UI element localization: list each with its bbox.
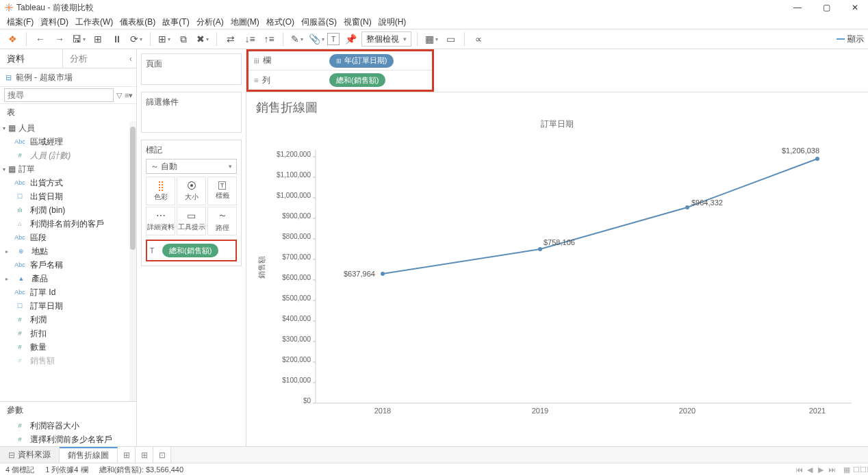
share-button[interactable]: ∝ (470, 31, 487, 47)
field-people-count[interactable]: #人員 (計數) (0, 149, 136, 162)
tables-label: 表 (0, 104, 136, 121)
highlight-button[interactable]: ✎ (289, 31, 305, 47)
menu-map[interactable]: 地圖(M) (228, 16, 262, 28)
new-dashboard-button[interactable]: ⊞ (136, 447, 153, 463)
field-segment[interactable]: Abc區段 (0, 231, 136, 244)
tab-analytics[interactable]: 分析 (63, 49, 125, 68)
columns-icon: iii (254, 57, 259, 65)
save-button[interactable]: 🖫 (71, 31, 87, 47)
chart-title[interactable]: 銷售折線圖 (256, 99, 858, 116)
field-profit-bin[interactable]: ılı利潤 (bin) (0, 203, 136, 217)
menu-analysis[interactable]: 分析(A) (194, 16, 227, 28)
field-order-id[interactable]: Abc訂單 Id (0, 285, 136, 299)
maximize-button[interactable]: ▢ (821, 3, 831, 12)
menu-help[interactable]: 說明(H) (376, 16, 409, 28)
tableau-icon[interactable]: ❖ (4, 31, 21, 47)
table-orders[interactable]: ▾▦訂單 (0, 162, 136, 176)
duplicate-button[interactable]: ⧉ (175, 31, 192, 47)
columns-shelf[interactable]: iii欄 ⊞年(訂單日期) (248, 51, 432, 70)
nav-first-button[interactable]: ⏮ (794, 465, 804, 474)
pages-card[interactable]: 頁面 (141, 53, 242, 85)
menu-data[interactable]: 資料(D) (38, 16, 71, 28)
marks-label-pill[interactable]: T 總和(銷售額) (150, 244, 233, 257)
tableau-logo-icon (4, 3, 14, 12)
new-worksheet-button[interactable]: ⊞ (118, 447, 136, 463)
filters-card[interactable]: 篩選條件 (141, 92, 242, 133)
menu-window[interactable]: 視窗(N) (341, 16, 374, 28)
line-chart-svg: $0 $100,000 $200,000 $300,000 $400,000 $… (253, 133, 861, 413)
datasource-tab[interactable]: ⊟資料來源 (0, 447, 60, 463)
svg-text:$900,000: $900,000 (282, 212, 311, 220)
nav-prev-button[interactable]: ◀ (805, 465, 815, 474)
swap-button[interactable]: ⇄ (222, 31, 239, 47)
refresh-button[interactable]: ⟳ (128, 31, 144, 47)
group-button[interactable]: 📎 (308, 31, 324, 47)
field-customer-name[interactable]: Abc客戶名稱 (0, 258, 136, 272)
redo-button[interactable]: → (51, 31, 68, 47)
labels-button[interactable]: T (327, 33, 340, 45)
nav-grid-button[interactable]: ▦ (842, 465, 852, 474)
menu-format[interactable]: 格式(O) (264, 16, 297, 28)
field-discount[interactable]: #折扣 (0, 326, 136, 340)
sort-asc-button[interactable]: ↓≡ (242, 31, 258, 47)
pin-button[interactable]: 📌 (342, 31, 359, 47)
active-sheet-tab[interactable]: 銷售折線圖 (60, 447, 118, 463)
menu-server[interactable]: 伺服器(S) (298, 16, 340, 28)
marks-size-button[interactable]: ⦿大小 (177, 177, 206, 205)
marks-tooltip-button[interactable]: ▭工具提示 (177, 207, 206, 235)
field-product[interactable]: ▸▲產品 (0, 272, 136, 285)
svg-text:$200,000: $200,000 (282, 356, 311, 363)
presentation-button[interactable]: ▭ (442, 31, 459, 47)
fit-selector[interactable]: 整個檢視▾ (361, 31, 411, 47)
filter-icon[interactable]: ▽ (116, 91, 122, 100)
param-top-n-customers[interactable]: #選擇利潤前多少名客戶 (0, 433, 136, 446)
rows-pill[interactable]: 總和(銷售額) (329, 73, 385, 87)
field-ship-date[interactable]: ☐出貨日期 (0, 190, 136, 203)
nav-last-button[interactable]: ⏭ (827, 465, 837, 474)
search-input[interactable] (4, 88, 114, 102)
menu-file[interactable]: 檔案(F) (4, 16, 36, 28)
field-region-manager[interactable]: Abc區域經理 (0, 135, 136, 149)
collapse-pane-button[interactable]: ‹ (125, 49, 136, 68)
show-cards-button[interactable]: ▦ (423, 31, 439, 47)
columns-pill[interactable]: ⊞年(訂單日期) (329, 54, 394, 68)
param-profit-bin-size[interactable]: #利潤容器大小 (0, 419, 136, 433)
table-people[interactable]: ▾▦人員 (0, 121, 136, 135)
marks-label-button[interactable]: T標籤 (207, 177, 237, 205)
field-top-customers[interactable]: ⌂利潤排名前列的客戶 (0, 217, 136, 231)
rows-shelf[interactable]: ≡列 總和(銷售額) (248, 70, 432, 90)
menu-story[interactable]: 故事(T) (159, 16, 192, 28)
new-datasource-button[interactable]: ⊞ (90, 31, 106, 47)
close-button[interactable]: ✕ (850, 3, 860, 12)
field-profit[interactable]: #利潤 (0, 313, 136, 326)
tab-data[interactable]: 資料 (0, 49, 62, 68)
show-me-button[interactable]: 顯示 (837, 34, 864, 45)
menu-worksheet[interactable]: 工作表(W) (73, 16, 116, 28)
status-sum: 總和(銷售額): $3,566,440 (99, 465, 184, 475)
main-area: 資料 分析 ‹ ⊟ 範例 - 超級市場 ▽ ≡▾ 表 ▾▦人員 Abc區域經理 … (0, 49, 868, 446)
nav-next-button[interactable]: ▶ (816, 465, 826, 474)
mark-type-selector[interactable]: ～ 自動▾ (146, 159, 237, 174)
field-sales[interactable]: #銷售額 (0, 354, 136, 368)
new-story-button[interactable]: ⊡ (153, 447, 171, 463)
marks-detail-button[interactable]: ⋯詳細資料 (146, 207, 175, 235)
svg-line-4 (6, 9, 8, 10)
fields-list: ▾▦人員 Abc區域經理 #人員 (計數) ▾▦訂單 Abc出貨方式 ☐出貨日期… (0, 121, 136, 401)
nav-filmstrip-button[interactable]: ☐☐☐ (853, 465, 863, 474)
field-order-date[interactable]: ☐訂單日期 (0, 299, 136, 313)
minimize-button[interactable]: — (793, 3, 802, 12)
pause-button[interactable]: ⏸ (109, 31, 125, 47)
sort-desc-button[interactable]: ↑≡ (261, 31, 277, 47)
chart-canvas[interactable]: 銷售額 $0 $100,000 $200,000 $300,000 $400,0… (253, 133, 861, 413)
marks-color-button[interactable]: ⣿色彩 (146, 177, 175, 205)
clear-button[interactable]: ✖ (194, 31, 211, 47)
marks-path-button[interactable]: ～路徑 (207, 207, 237, 235)
menu-dashboard[interactable]: 儀表板(B) (117, 16, 158, 28)
field-quantity[interactable]: #數量 (0, 340, 136, 354)
new-sheet-button[interactable]: ⊞ (156, 31, 173, 47)
datasource-name[interactable]: ⊟ 範例 - 超級市場 (0, 68, 136, 86)
view-options-icon[interactable]: ≡▾ (125, 91, 133, 100)
field-ship-mode[interactable]: Abc出貨方式 (0, 176, 136, 190)
undo-button[interactable]: ← (32, 31, 49, 47)
field-location[interactable]: ▸⊕地點 (0, 244, 136, 258)
